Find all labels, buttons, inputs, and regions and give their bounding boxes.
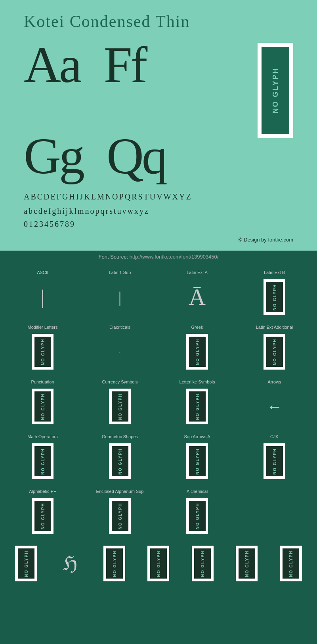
cell-bottom-7: NO GLYPH — [269, 540, 313, 588]
glyph-ascii: | — [28, 277, 57, 317]
cell-currency: Currency Symbols NO GLYPH — [81, 376, 158, 431]
glyph-F: Ff — [104, 39, 146, 90]
glyph-math: NO GLYPH — [28, 441, 57, 481]
glyph-letterlike: NO GLYPH — [182, 387, 212, 426]
no-glyph-math: NO GLYPH — [32, 443, 53, 479]
glyph-pair-ff: Ff — [104, 39, 146, 90]
no-glyph-bottom-1: NO GLYPH — [15, 546, 37, 581]
label-latin1sup: Latin 1 Sup — [109, 270, 131, 275]
cell-bottom-4: NO GLYPH — [136, 540, 180, 588]
label-modifier: Modifier Letters — [28, 325, 58, 330]
grid-row-bottom: NO GLYPH ℌ NO GLYPH NO GLYPH — [4, 540, 313, 588]
cell-alchemical: Alchemical NO GLYPH — [158, 486, 236, 540]
no-glyph-text: NO GLYPH — [262, 47, 289, 134]
grid-row-3: Punctuation NO GLYPH Currency Symbols NO… — [4, 376, 313, 431]
glyph-punctuation: NO GLYPH — [28, 387, 57, 426]
glyph-bottom-3: NO GLYPH — [99, 544, 129, 583]
glyph-bottom-7: NO GLYPH — [276, 544, 306, 583]
numbers-row: 0123456789 — [24, 220, 293, 229]
glyph-showcase-2: Gg Qq — [24, 130, 293, 182]
no-glyph-alphabeticpf: NO GLYPH — [32, 498, 53, 534]
label-ascii: ASCII — [37, 270, 48, 275]
cell-suparrows: Sup Arrows A NO GLYPH — [158, 431, 236, 486]
no-glyph-cjk: NO GLYPH — [264, 443, 285, 479]
glyph-currency: NO GLYPH — [105, 387, 135, 426]
cell-bottom-3: NO GLYPH — [92, 540, 136, 588]
no-glyph-greek: NO GLYPH — [186, 334, 208, 370]
glyph-bottom-4: NO GLYPH — [143, 544, 173, 583]
cell-latinextb: Latin Ext B NO GLYPH — [236, 267, 313, 322]
pipe-small-char: | — [118, 288, 121, 307]
glyph-showcase: Aa Ff NO GLYPH — [24, 39, 293, 138]
no-glyph-alchemical: NO GLYPH — [186, 498, 208, 534]
grid-section: ASCII | Latin 1 Sup | Latin Ext A Ā Lati… — [0, 263, 317, 592]
glyph-latin1sup: | — [105, 277, 135, 317]
glyph-bottom-6: NO GLYPH — [232, 544, 262, 583]
no-glyph-latinextadd: NO GLYPH — [264, 334, 285, 370]
no-glyph-punctuation: NO GLYPH — [32, 389, 53, 424]
glyph-greek: NO GLYPH — [182, 332, 212, 372]
glyph-pair-gg: Gg — [24, 130, 83, 182]
dot-char: • — [119, 350, 120, 354]
cell-alphabeticpf: Alphabetic PF NO GLYPH — [4, 486, 81, 540]
label-letterlike: Letterlike Symbols — [180, 380, 215, 384]
source-url[interactable]: http://www.fontke.com/font/139903450/ — [130, 254, 219, 260]
cell-greek: Greek NO GLYPH — [158, 322, 236, 376]
grid-row-5: Alphabetic PF NO GLYPH Enclosed Alphanum… — [4, 486, 313, 540]
cell-arrows: Arrows ← — [236, 376, 313, 431]
cell-punctuation: Punctuation NO GLYPH — [4, 376, 81, 431]
label-cjk: CJK — [270, 434, 279, 439]
source-bar: Font Source: http://www.fontke.com/font/… — [0, 251, 317, 263]
no-glyph-enclosed: NO GLYPH — [109, 498, 131, 534]
cell-cjk: CJK NO GLYPH — [236, 431, 313, 486]
cell-bottom-1: NO GLYPH — [4, 540, 48, 588]
pipe-char: | — [40, 286, 44, 309]
no-glyph-bottom-5: NO GLYPH — [192, 546, 214, 581]
alphabet-upper: ABCDEFGHIJKLMNOPQRSTUVWXYZ — [24, 190, 293, 204]
label-currency: Currency Symbols — [102, 380, 138, 384]
glyph-pair-aa: Aa — [24, 39, 80, 90]
d-char: ℌ — [63, 552, 78, 575]
label-arrows: Arrows — [267, 380, 281, 384]
label-alphabeticpf: Alphabetic PF — [29, 489, 56, 494]
label-math: Math Operators — [27, 434, 57, 439]
glyph-enclosed: NO GLYPH — [105, 496, 135, 536]
source-label: Font Source: — [99, 254, 128, 260]
no-glyph-geometric: NO GLYPH — [109, 443, 131, 479]
glyph-alchemical: NO GLYPH — [182, 496, 212, 536]
glyph-latinextadd: NO GLYPH — [260, 332, 289, 372]
label-greek: Greek — [191, 325, 203, 330]
arrow-char: ← — [267, 398, 283, 416]
label-punctuation: Punctuation — [31, 380, 54, 384]
label-latinexta: Latin Ext A — [187, 270, 208, 275]
glyph-geometric: NO GLYPH — [105, 441, 135, 481]
cell-letterlike: Letterlike Symbols NO GLYPH — [158, 376, 236, 431]
grid-row-4: Math Operators NO GLYPH Geometric Shapes… — [4, 431, 313, 486]
no-glyph-bottom-7: NO GLYPH — [280, 546, 302, 581]
glyph-arrows: ← — [260, 387, 289, 426]
letter-a: Ā — [189, 284, 206, 311]
no-glyph-bottom-6: NO GLYPH — [236, 546, 258, 581]
glyph-alphabeticpf: NO GLYPH — [28, 496, 57, 536]
label-latinextb: Latin Ext B — [264, 270, 285, 275]
grid-row-1: ASCII | Latin 1 Sup | Latin Ext A Ā Lati… — [4, 267, 313, 322]
no-glyph-modifier: NO GLYPH — [32, 334, 53, 370]
cell-enclosed: Enclosed Alphanum Sup NO GLYPH — [81, 486, 158, 540]
copyright: © Design by fontke.com — [24, 237, 293, 243]
glyph-diacriticals: • — [105, 332, 135, 372]
glyph-latinexta: Ā — [182, 277, 212, 317]
cell-latinexta: Latin Ext A Ā — [158, 267, 236, 322]
no-glyph-suparrows: NO GLYPH — [186, 443, 208, 479]
label-alchemical: Alchemical — [187, 489, 208, 494]
no-glyph-header: NO GLYPH — [258, 43, 293, 138]
cell-latin1sup: Latin 1 Sup | — [81, 267, 158, 322]
glyph-suparrows: NO GLYPH — [182, 441, 212, 481]
glyph-A: Aa — [24, 39, 80, 90]
no-glyph-currency: NO GLYPH — [109, 389, 131, 424]
cell-bottom-2: ℌ — [48, 540, 92, 588]
no-glyph-bottom-3: NO GLYPH — [103, 546, 125, 581]
no-glyph-letterlike: NO GLYPH — [186, 389, 208, 424]
grid-row-2: Modifier Letters NO GLYPH Diacriticals •… — [4, 322, 313, 376]
glyph-modifier: NO GLYPH — [28, 332, 57, 372]
font-title: Kotei Condensed Thin — [24, 12, 293, 31]
